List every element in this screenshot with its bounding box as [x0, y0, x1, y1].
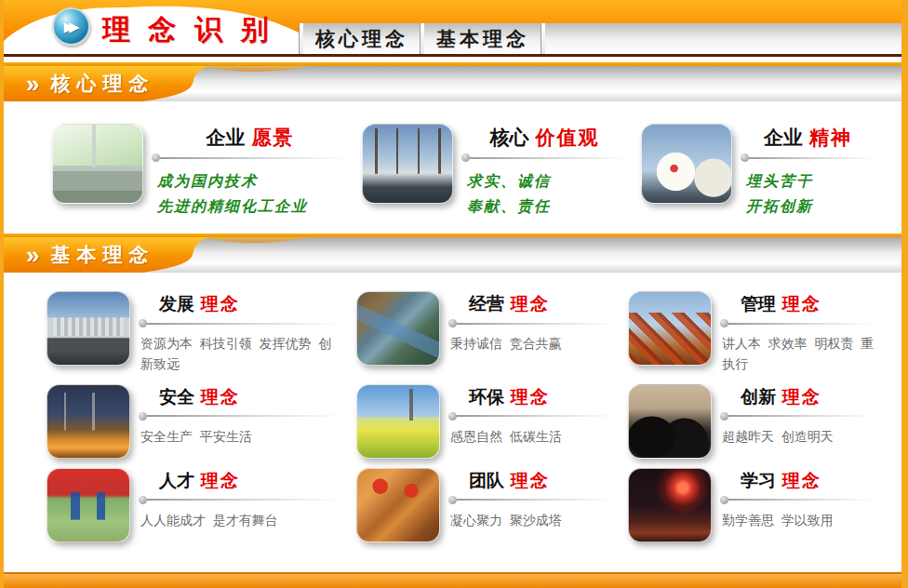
item-line: 安全生产 平安生活: [140, 427, 343, 448]
item-title-prefix: 企业: [764, 127, 803, 149]
item-title: 企业愿景: [152, 125, 349, 151]
fireworks-night-photo: [628, 468, 712, 542]
item-title: 创新理念: [720, 385, 875, 409]
double-chevron-icon: »: [26, 72, 39, 96]
concept-item: 安全理念 安全生产 平安生活: [47, 384, 356, 459]
item-body: 学习理念 勤学善思 学以致用: [720, 468, 875, 542]
item-lines: 感恩自然 低碳生活: [448, 427, 615, 448]
item-body: 安全理念 安全生产 平安生活: [139, 384, 343, 459]
item-title-prefix: 团队: [469, 471, 504, 490]
item-line: 先进的精细化工企业: [157, 194, 349, 219]
item-line: 秉持诚信 竞合共赢: [450, 334, 615, 354]
item-title-prefix: 学习: [741, 471, 776, 490]
item-title-accent: 理念: [782, 294, 821, 314]
item-lines: 秉持诚信 竞合共赢: [448, 334, 615, 354]
office-building-photo: [47, 291, 130, 366]
item-title: 安全理念: [139, 385, 343, 409]
item-title-accent: 理念: [201, 294, 240, 314]
item-line: 开拓创新: [746, 194, 875, 219]
item-title-prefix: 发展: [159, 294, 194, 314]
oil-workers-photo: [356, 468, 440, 542]
item-title-accent: 精神: [809, 127, 852, 149]
item-divider: [448, 319, 615, 327]
item-title: 学习理念: [720, 469, 875, 493]
item-title-accent: 愿景: [252, 127, 295, 149]
double-chevron-icon: »: [26, 243, 39, 267]
item-title: 管理理念: [720, 292, 875, 316]
item-lines: 求实、诚信奉献、责任: [461, 168, 628, 219]
industrial-park-photo: [356, 291, 440, 366]
concept-item: 学习理念 勤学善思 学以致用: [628, 468, 888, 542]
tab-core-concepts[interactable]: 核心理念: [303, 26, 421, 52]
item-lines: 人人能成才 是才有舞台: [139, 511, 343, 531]
section-header-bar: » 核心理念: [4, 62, 901, 101]
item-body: 团队理念 凝心聚力 聚沙成塔: [448, 468, 615, 542]
concept-item: 经营理念 秉持诚信 竞合共赢: [356, 291, 628, 374]
item-divider: [461, 154, 628, 162]
item-line: 讲人本 求效率 明权责 重执行: [722, 334, 875, 374]
refinery-night-photo: [47, 384, 130, 459]
item-lines: 勤学善思 学以致用: [720, 511, 875, 531]
tire-factory-photo: [628, 384, 712, 459]
green-chemical-plant-photo: [52, 124, 143, 204]
item-body: 人才理念 人人能成才 是才有舞台: [139, 468, 343, 542]
item-divider: [139, 319, 343, 327]
item-title-accent: 理念: [511, 471, 550, 490]
item-title-prefix: 人才: [159, 471, 194, 490]
spherical-tanks-photo: [641, 124, 732, 204]
item-lines: 超越昨天 创造明天: [720, 427, 875, 448]
item-body: 核心价值观 求实、诚信奉献、责任: [461, 124, 628, 219]
item-title-accent: 理念: [201, 471, 240, 490]
badminton-match-photo: [47, 468, 130, 542]
concept-item: 团队理念 凝心聚力 聚沙成塔: [356, 468, 628, 542]
section-items: 企业愿景 成为国内技术先进的精细化工企业 核心价值观 求实、诚信奉献、责任 企业…: [4, 101, 901, 234]
item-divider: [139, 496, 343, 504]
header-bar: ▶▶ 理 念 识 别 核心理念 基本理念: [4, 0, 901, 57]
item-body: 经营理念 秉持诚信 竞合共赢: [448, 291, 615, 374]
item-title-prefix: 核心: [490, 127, 529, 149]
item-title-prefix: 环保: [469, 387, 504, 407]
concept-item: 环保理念 感恩自然 低碳生活: [356, 384, 628, 459]
item-lines: 成为国内技术先进的精细化工企业: [152, 168, 349, 219]
item-body: 创新理念 超越昨天 创造明天: [720, 384, 875, 459]
section-basic-concepts: » 基本理念 发展理念 资源为本 科技引领 发挥优势 创新致远 经营理念 秉持诚…: [4, 234, 901, 541]
item-body: 发展理念 资源为本 科技引领 发挥优势 创新致远: [139, 291, 343, 374]
item-divider: [741, 154, 875, 162]
item-title: 团队理念: [448, 469, 615, 493]
section-core-concepts: » 核心理念 企业愿景 成为国内技术先进的精细化工企业 核心价值观 求实、诚信奉…: [4, 62, 901, 234]
item-lines: 讲人本 求效率 明权责 重执行: [720, 334, 875, 374]
concept-item: 企业精神 埋头苦干开拓创新: [641, 124, 888, 219]
item-line: 成为国内技术: [157, 168, 349, 194]
item-line: 资源为本 科技引领 发挥优势 创新致远: [140, 334, 343, 374]
item-title-prefix: 创新: [741, 387, 776, 407]
item-divider: [448, 496, 615, 504]
item-title-accent: 理念: [201, 387, 240, 407]
concept-item: 企业愿景 成为国内技术先进的精细化工企业: [52, 124, 362, 219]
item-title-accent: 理念: [511, 294, 550, 314]
page: ▶▶ 理 念 识 别 核心理念 基本理念 » 核心理念: [0, 0, 908, 588]
section-items: 发展理念 资源为本 科技引领 发挥优势 创新致远 经营理念 秉持诚信 竞合共赢 …: [4, 273, 901, 541]
concept-item: 管理理念 讲人本 求效率 明权责 重执行: [628, 291, 888, 374]
header-tabstrip: 核心理念 基本理念: [300, 23, 901, 54]
tab-basic-concepts[interactable]: 基本理念: [424, 26, 541, 52]
item-title-accent: 价值观: [536, 127, 600, 149]
silver-band: » 核心理念: [4, 66, 901, 101]
item-divider: [448, 412, 615, 421]
item-body: 环保理念 感恩自然 低碳生活: [448, 384, 615, 459]
item-title: 核心价值观: [461, 125, 628, 151]
silver-band: » 基本理念: [4, 237, 901, 273]
pumpjacks-photo: [628, 291, 712, 366]
item-title-prefix: 安全: [159, 387, 194, 407]
item-title: 环保理念: [448, 385, 615, 409]
footer-bar: [4, 572, 901, 588]
item-divider: [720, 319, 875, 327]
item-divider: [152, 154, 349, 162]
item-title-prefix: 经营: [469, 294, 504, 314]
item-line: 埋头苦干: [746, 168, 875, 194]
item-lines: 安全生产 平安生活: [139, 427, 343, 448]
section-header-bar: » 基本理念: [4, 234, 901, 273]
item-title: 人才理念: [139, 469, 343, 493]
item-line: 勤学善思 学以致用: [722, 511, 875, 531]
concept-item: 核心价值观 求实、诚信奉献、责任: [362, 124, 641, 219]
tab-separator: [541, 23, 545, 54]
